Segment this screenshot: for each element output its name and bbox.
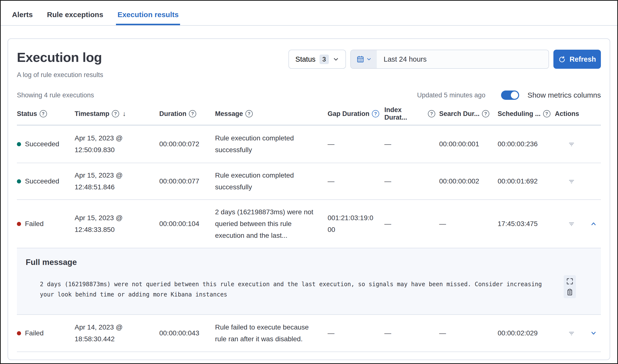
table-header-row: Status? Timestamp?↓ Duration? Message? G… xyxy=(17,106,601,126)
time-range-value: Last 24 hours xyxy=(384,55,427,63)
title-block: Execution log A log of rule execution re… xyxy=(17,48,103,79)
help-icon[interactable]: ? xyxy=(482,110,489,117)
help-icon[interactable]: ? xyxy=(543,110,551,117)
full-message-codeblock: 2 days (162198873ms) were not queried be… xyxy=(26,275,592,304)
table-row: Succeeded Apr 15, 2023 @ 12:48:51.846 00… xyxy=(17,163,601,200)
duration-cell: 00:00:00:104 xyxy=(159,212,215,236)
show-metrics-toggle[interactable] xyxy=(501,91,519,100)
gap-duration-cell: — xyxy=(328,132,384,156)
status-dot-succeeded xyxy=(17,142,21,146)
col-header-duration: Duration? xyxy=(159,110,215,118)
tab-alerts[interactable]: Alerts xyxy=(11,8,34,25)
status-filter-button[interactable]: Status 3 xyxy=(288,50,346,69)
filter-controls: Status 3 xyxy=(288,50,601,69)
actions-cell xyxy=(555,177,601,185)
search-duration-cell: — xyxy=(439,321,498,345)
message-cell: Rule execution completed successfully xyxy=(215,126,328,162)
expanded-row-detail: Full message 2 days (162198873ms) were n… xyxy=(17,248,601,315)
status-cell: Failed xyxy=(17,321,75,345)
pagination-bar: Rows per page: 5 1 xyxy=(17,352,601,360)
index-duration-cell: — xyxy=(384,212,439,236)
quick-select-date-button[interactable] xyxy=(351,50,377,68)
sort-desc-icon: ↓ xyxy=(123,110,126,118)
col-header-message: Message? xyxy=(215,110,328,118)
refresh-icon xyxy=(558,55,566,63)
scheduling-cell: 17:45:03:475 xyxy=(498,212,555,236)
help-icon[interactable]: ? xyxy=(372,110,379,117)
search-duration-cell: 00:00:00:001 xyxy=(439,132,498,156)
page-subtitle: A log of rule execution results xyxy=(17,71,103,79)
collapse-row-chevron-up-icon[interactable] xyxy=(590,220,597,228)
index-duration-cell: — xyxy=(384,169,439,194)
gap-duration-cell: 001:21:03:19:000 xyxy=(328,206,384,242)
help-icon[interactable]: ? xyxy=(112,110,119,117)
filter-actions-icon[interactable] xyxy=(567,329,575,337)
status-dot-succeeded xyxy=(17,179,21,183)
tab-rule-exceptions[interactable]: Rule exceptions xyxy=(46,8,105,25)
filter-actions-icon[interactable] xyxy=(567,220,575,228)
refresh-label: Refresh xyxy=(569,55,596,63)
app-window: Alerts Rule exceptions Execution results… xyxy=(0,0,618,364)
gap-duration-cell: — xyxy=(328,169,384,194)
full-message-heading: Full message xyxy=(26,258,592,267)
tab-execution-results[interactable]: Execution results xyxy=(116,8,180,25)
table-meta-row: Showing 4 rule executions Updated 5 minu… xyxy=(17,91,601,100)
scheduling-cell: 00:00:00:236 xyxy=(498,132,555,156)
message-cell: Rule execution completed successfully xyxy=(215,163,328,199)
message-cell: 2 days (162198873ms) were not queried be… xyxy=(215,200,328,248)
date-range-picker: Last 24 hours xyxy=(350,50,549,69)
filter-actions-icon[interactable] xyxy=(567,140,575,148)
status-cell: Succeeded xyxy=(17,132,75,156)
showing-count: Showing 4 rule executions xyxy=(17,91,94,99)
col-header-scheduling: Scheduling ...? xyxy=(498,110,555,118)
calendar-icon xyxy=(356,55,364,63)
col-header-search-duration: Search Dur...? xyxy=(439,110,498,118)
help-icon[interactable]: ? xyxy=(245,110,253,117)
copy-clipboard-icon[interactable] xyxy=(566,288,574,296)
actions-cell xyxy=(555,140,601,148)
table-row: Failed Apr 15, 2023 @ 12:48:33.850 00:00… xyxy=(17,200,601,248)
duration-cell: 00:00:00:043 xyxy=(159,321,215,345)
status-dot-failed xyxy=(17,222,21,226)
scheduling-cell: 00:00:02:029 xyxy=(498,321,555,345)
execution-log-panel: Execution log A log of rule execution re… xyxy=(8,39,610,360)
status-cell: Succeeded xyxy=(17,169,75,194)
codeblock-toolbar xyxy=(564,275,576,298)
help-icon[interactable]: ? xyxy=(189,110,196,117)
help-icon[interactable]: ? xyxy=(428,110,435,117)
show-metrics-label: Show metrics columns xyxy=(528,91,601,99)
timestamp-cell: Apr 15, 2023 @ 12:48:33.850 xyxy=(75,206,159,242)
chevron-down-icon xyxy=(366,57,371,62)
time-range-input[interactable]: Last 24 hours xyxy=(377,50,549,68)
actions-cell xyxy=(555,329,601,337)
search-duration-cell: 00:00:00:002 xyxy=(439,169,498,194)
status-filter-count-badge: 3 xyxy=(320,54,329,64)
duration-cell: 00:00:00:072 xyxy=(159,132,215,156)
index-duration-cell: — xyxy=(384,132,439,156)
filter-actions-icon[interactable] xyxy=(567,177,575,185)
meta-right: Updated 5 minutes ago Show metrics colum… xyxy=(417,91,601,100)
status-filter-label: Status xyxy=(295,55,315,63)
status-dot-failed xyxy=(17,331,21,335)
index-duration-cell: — xyxy=(384,321,439,345)
duration-cell: 00:00:00:077 xyxy=(159,169,215,194)
full-message-text: 2 days (162198873ms) were not queried be… xyxy=(40,279,553,300)
scheduling-cell: 00:00:01:692 xyxy=(498,169,555,194)
col-header-actions: Actions xyxy=(555,110,601,118)
col-header-timestamp[interactable]: Timestamp?↓ xyxy=(75,110,159,118)
toggle-knob xyxy=(511,91,518,99)
col-header-index-duration: Index Durat...? xyxy=(384,106,439,121)
page-title: Execution log xyxy=(17,50,103,65)
timestamp-cell: Apr 15, 2023 @ 12:50:09.830 xyxy=(75,126,159,162)
fullscreen-expand-icon[interactable] xyxy=(566,277,574,286)
refresh-button[interactable]: Refresh xyxy=(554,50,601,69)
help-icon[interactable]: ? xyxy=(40,110,47,117)
actions-cell xyxy=(555,220,601,228)
expand-row-chevron-down-icon[interactable] xyxy=(590,329,597,337)
col-header-gap-duration: Gap Duration? xyxy=(328,110,384,118)
last-updated: Updated 5 minutes ago xyxy=(417,91,485,99)
table-row: Succeeded Apr 15, 2023 @ 12:50:09.830 00… xyxy=(17,126,601,163)
table-row: Failed Apr 14, 2023 @ 18:58:30.442 00:00… xyxy=(17,315,601,352)
col-header-status: Status? xyxy=(17,110,75,118)
timestamp-cell: Apr 14, 2023 @ 18:58:30.442 xyxy=(75,315,159,351)
